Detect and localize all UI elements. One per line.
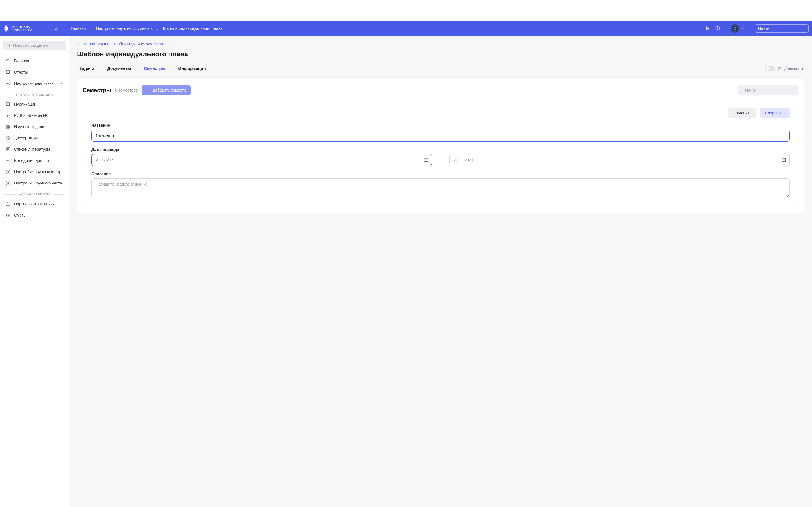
date-from-input[interactable]: [91, 154, 432, 166]
chevron-right-icon: ›: [90, 26, 92, 31]
bank-icon: [6, 213, 11, 218]
sidebar-section-label: АДМИН. СЕРВИСЫ: [19, 193, 50, 196]
sidebar-item-label: Публикации: [14, 102, 36, 107]
svg-point-22: [8, 171, 9, 173]
gear-icon: [6, 158, 11, 163]
svg-line-13: [9, 46, 10, 47]
briefcase-icon: [6, 202, 11, 207]
brand-line1: Sechenov: [12, 25, 32, 29]
semester-form: Отменить Сохранить Название Даты периода: [83, 101, 799, 207]
search-input[interactable]: [758, 26, 808, 31]
tab-semesters[interactable]: Семестры: [142, 63, 168, 74]
brand-logo[interactable]: Sechenov University: [3, 25, 54, 32]
search-icon: [6, 43, 11, 48]
semesters-search[interactable]: [738, 86, 799, 95]
sidebar-item-validation[interactable]: Валидация данных: [3, 155, 66, 166]
svg-point-12: [7, 44, 10, 47]
date-to-input[interactable]: [449, 154, 790, 166]
add-semester-button[interactable]: Добавить семестр: [142, 85, 190, 95]
cancel-button[interactable]: Отменить: [728, 108, 756, 118]
sidebar-item-partners[interactable]: Партнеры и заказчики: [3, 198, 66, 210]
sidebar-search-input[interactable]: [13, 43, 63, 48]
user-menu[interactable]: [730, 24, 745, 33]
library-icon: [6, 124, 11, 129]
avatar: [730, 24, 739, 33]
pin-icon[interactable]: [54, 26, 59, 31]
sidebar-item-label: Научные издания: [14, 124, 47, 129]
sidebar-item-label: Настройки научных инстр.: [14, 170, 63, 174]
tab-info[interactable]: Информация: [176, 63, 208, 74]
book-icon: [6, 102, 11, 107]
description-textarea[interactable]: [91, 178, 790, 198]
sidebar-item-bibliography[interactable]: Списки литературы: [3, 144, 66, 155]
plus-icon: [146, 88, 150, 92]
sidebar-item-estimates[interactable]: Сметы: [3, 210, 66, 221]
sidebar-item-dissertations[interactable]: Диссертации: [3, 132, 66, 144]
add-semester-label: Добавить семестр: [152, 88, 186, 93]
breadcrumb: Главная › Настройки науч. инструментов ›…: [71, 26, 223, 31]
svg-point-8: [734, 28, 735, 29]
name-input[interactable]: [91, 130, 790, 142]
semesters-card: Семестры 0 семестров Добавить семестр От…: [77, 79, 804, 213]
svg-point-3: [708, 28, 709, 29]
divider: [700, 25, 700, 32]
svg-point-23: [8, 182, 9, 184]
divider: [750, 25, 750, 32]
sidebar-item-label: Партнеры и заказчики: [14, 202, 55, 206]
page-title: Шаблон индивидуального плана: [77, 50, 804, 58]
sidebar-section-science: НАУКА И ИННОВАЦИИ: [3, 89, 66, 99]
tab-tasks[interactable]: Задачи: [77, 63, 96, 74]
svg-rect-16: [6, 125, 7, 128]
sidebar-section-label: НАУКА И ИННОВАЦИИ: [16, 93, 53, 96]
brain-icon: [3, 25, 11, 32]
sidebar-item-label: Настройки аналитики: [14, 81, 54, 86]
sidebar-item-label: Валидация данных: [14, 158, 49, 163]
sidebar-item-label: Списки литературы: [14, 147, 50, 152]
sidebar-item-sci-accounting-settings[interactable]: Настройки научного учёта: [3, 177, 66, 189]
gear-icon: [6, 169, 11, 174]
breadcrumb-item[interactable]: Шаблон индивидуального плана: [163, 26, 223, 31]
sidebar-item-label: Настройки научного учёта: [14, 181, 62, 185]
chevron-left-icon: [77, 42, 81, 46]
sidebar-item-label: Отчеты: [14, 70, 28, 74]
chevron-right-icon: ›: [157, 26, 158, 31]
brand-line2: University: [12, 29, 32, 32]
home-icon: [6, 58, 11, 63]
sidebar-item-rid[interactable]: РИД и объекты ИС: [3, 110, 66, 121]
publish-label: Опубликовать: [778, 66, 804, 71]
tab-documents[interactable]: Документы: [105, 63, 133, 74]
semesters-search-input[interactable]: [745, 88, 795, 93]
svg-point-27: [742, 90, 743, 91]
date-range-separator: [438, 160, 444, 160]
chevron-down-icon: [59, 81, 63, 86]
sidebar-section-admin: АДМИН. СЕРВИСЫ: [3, 189, 66, 198]
sidebar-item-publications[interactable]: Публикации: [3, 99, 66, 110]
sidebar-item-analytics-settings[interactable]: Настройки аналитики: [3, 78, 66, 89]
sidebar-item-label: Сметы: [14, 213, 27, 217]
topbar: Sechenov University Главная › Настройки …: [0, 21, 812, 36]
settings-sliders-icon[interactable]: [705, 26, 710, 31]
back-link[interactable]: Вернуться в настройки науч. инструментов: [77, 42, 804, 46]
svg-rect-18: [6, 148, 10, 151]
gear-icon: [6, 180, 11, 186]
publish-toggle[interactable]: [765, 66, 775, 71]
sidebar-item-home[interactable]: Главная: [3, 55, 66, 66]
sidebar-search[interactable]: [3, 41, 66, 50]
sidebar-item-label: Главная: [14, 59, 29, 63]
sidebar-item-journals[interactable]: Научные издания: [3, 121, 66, 132]
period-label: Даты периода: [91, 147, 790, 152]
list-icon: [6, 147, 11, 152]
gear-icon: [6, 81, 11, 86]
svg-point-15: [7, 114, 9, 116]
help-icon[interactable]: [715, 26, 720, 31]
sidebar-item-sci-instruments-settings[interactable]: Настройки научных инстр.: [3, 166, 66, 177]
save-button[interactable]: Сохранить: [760, 108, 790, 118]
sidebar: Главная Отчеты Настройки аналитики НАУКА…: [0, 36, 69, 507]
breadcrumb-item[interactable]: Настройки науч. инструментов: [96, 26, 153, 31]
award-icon: [6, 113, 11, 118]
tabs: Задачи Документы Семестры Информация: [77, 63, 208, 74]
chevron-down-icon: [741, 26, 745, 31]
global-search[interactable]: [755, 24, 809, 33]
sidebar-item-reports[interactable]: Отчеты: [3, 66, 66, 78]
breadcrumb-item[interactable]: Главная: [71, 26, 86, 31]
